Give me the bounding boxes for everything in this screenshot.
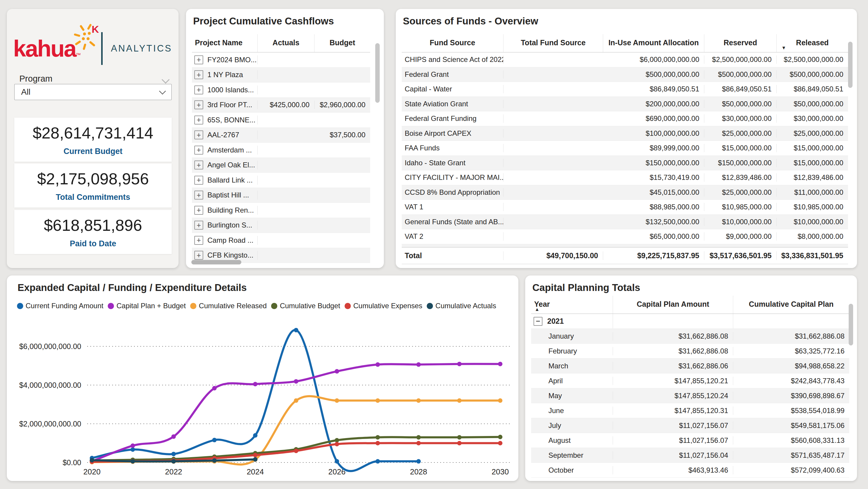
data-point[interactable] bbox=[172, 452, 176, 456]
table-row[interactable]: September $11,027,156.04 $571,635,487.17 bbox=[531, 448, 849, 463]
data-point[interactable] bbox=[335, 399, 339, 403]
expand-icon[interactable]: + bbox=[194, 85, 203, 94]
data-point[interactable] bbox=[416, 459, 421, 464]
column-header-in-use[interactable]: In-Use Amount Allocation bbox=[603, 34, 704, 52]
table-row[interactable]: + 3rd Floor PT... $425,000.00 $2,960,000… bbox=[192, 98, 370, 113]
table-row[interactable]: + Baptist Hill ... bbox=[192, 188, 370, 203]
data-point[interactable] bbox=[457, 399, 462, 403]
horizontal-scrollbar[interactable] bbox=[191, 260, 241, 264]
table-row[interactable]: + Ballard Link ... bbox=[192, 173, 370, 188]
table-row[interactable]: CCSD 8% Bond Appropriation $45,015,000.0… bbox=[402, 185, 848, 200]
data-point[interactable] bbox=[375, 363, 380, 367]
expand-icon[interactable]: + bbox=[194, 191, 203, 200]
expand-icon[interactable]: + bbox=[194, 70, 203, 79]
expand-icon[interactable]: + bbox=[194, 176, 203, 185]
legend-item[interactable]: Cumulative Expenses bbox=[345, 302, 422, 310]
column-header-actuals[interactable]: Actuals bbox=[258, 34, 314, 52]
data-point[interactable] bbox=[457, 435, 462, 439]
expand-icon[interactable]: + bbox=[194, 100, 203, 109]
data-point[interactable] bbox=[212, 386, 217, 391]
expand-icon[interactable]: + bbox=[194, 146, 203, 154]
table-row[interactable]: General Funds (State and AB... $132,500,… bbox=[402, 215, 848, 230]
table-row[interactable]: Idaho - State Grant $150,000,000.00 $150… bbox=[402, 156, 848, 171]
column-header-reserved[interactable]: Reserved bbox=[704, 34, 777, 52]
table-row[interactable]: January $31,662,886.08 $31,662,886.08 bbox=[531, 329, 849, 344]
table-row[interactable]: State Aviation Grant $200,000,000.00 $50… bbox=[402, 97, 848, 112]
table-row[interactable]: + 1000 Islands... bbox=[192, 83, 370, 98]
expand-icon[interactable]: + bbox=[194, 55, 203, 64]
column-header-released[interactable]: Released ▼ bbox=[777, 34, 848, 52]
data-point[interactable] bbox=[294, 399, 299, 403]
expand-icon[interactable]: + bbox=[194, 131, 203, 139]
data-point[interactable] bbox=[253, 457, 257, 462]
data-point[interactable] bbox=[375, 435, 380, 439]
table-row[interactable]: + Camp Road ... bbox=[192, 233, 370, 248]
column-header-budget[interactable]: Budget bbox=[314, 34, 370, 52]
data-point[interactable] bbox=[253, 382, 257, 386]
data-point[interactable] bbox=[375, 459, 380, 464]
table-row[interactable]: March $31,662,886.06 $94,988,658.22 bbox=[531, 358, 849, 373]
table-row[interactable]: June $147,855,120.31 $538,554,018.99 bbox=[531, 403, 849, 418]
table-row[interactable]: Boise Airport CAPEX $100,000,000.00 $25,… bbox=[402, 126, 848, 141]
data-point[interactable] bbox=[172, 434, 176, 439]
data-point[interactable] bbox=[335, 438, 339, 442]
table-row[interactable]: July $11,027,156.07 $549,581,175.06 bbox=[531, 418, 849, 433]
table-row[interactable]: + FY2024 BMO... bbox=[192, 52, 370, 67]
data-point[interactable] bbox=[416, 441, 421, 445]
data-point[interactable] bbox=[457, 441, 462, 445]
data-point[interactable] bbox=[498, 399, 503, 403]
table-row[interactable]: + 65S, BONNE... bbox=[192, 113, 370, 128]
table-row[interactable]: August $11,027,156.07 $560,608,331.13 bbox=[531, 433, 849, 448]
column-header-project-name[interactable]: Project Name bbox=[192, 34, 258, 52]
data-point[interactable] bbox=[416, 363, 421, 367]
data-point[interactable] bbox=[457, 362, 462, 366]
data-point[interactable] bbox=[172, 459, 176, 464]
table-row[interactable]: April $147,855,120.21 $242,843,778.43 bbox=[531, 373, 849, 389]
table-row[interactable]: VAT 1 $88,985,000.00 $10,985,000.00 $10,… bbox=[402, 200, 848, 215]
table-row[interactable]: February $31,662,886.08 $63,325,772.16 bbox=[531, 344, 849, 358]
data-point[interactable] bbox=[131, 459, 135, 464]
data-point[interactable] bbox=[335, 369, 339, 373]
legend-item[interactable]: Cumulative Released bbox=[190, 302, 267, 310]
expand-icon[interactable]: + bbox=[194, 251, 203, 260]
data-point[interactable] bbox=[253, 433, 257, 438]
table-row[interactable]: May $147,855,120.24 $390,698,898.67 bbox=[531, 389, 849, 403]
table-row[interactable]: Capital - Water $86,849,050.51 $86,849,0… bbox=[402, 82, 848, 97]
data-point[interactable] bbox=[212, 458, 217, 463]
program-dropdown[interactable]: All bbox=[14, 84, 172, 100]
column-header-capital-plan-amount[interactable]: Capital Plan Amount bbox=[613, 296, 733, 314]
data-point[interactable] bbox=[131, 443, 135, 448]
column-header-fund-source[interactable]: Fund Source bbox=[402, 34, 503, 52]
table-row[interactable]: October $463,913.46 $572,099,400.63 bbox=[531, 463, 849, 478]
data-point[interactable] bbox=[335, 459, 339, 464]
table-row[interactable]: + Amsterdam ... bbox=[192, 143, 370, 158]
table-row[interactable]: + 1 NY Plaza bbox=[192, 67, 370, 83]
column-header-cumulative-capital-plan[interactable]: Cumulative Capital Plan bbox=[733, 296, 849, 314]
data-point[interactable] bbox=[294, 449, 299, 453]
data-point[interactable] bbox=[416, 399, 421, 403]
table-row[interactable]: + Building Ren... bbox=[192, 203, 370, 218]
data-point[interactable] bbox=[498, 441, 503, 445]
data-point[interactable] bbox=[498, 362, 503, 366]
data-point[interactable] bbox=[253, 453, 257, 457]
data-point[interactable] bbox=[294, 328, 299, 333]
legend-item[interactable]: Capital Plan + Budget bbox=[108, 302, 186, 310]
data-point[interactable] bbox=[416, 435, 421, 439]
expand-icon[interactable]: + bbox=[194, 236, 203, 245]
table-row[interactable]: Federal Grant Funding $690,000,000.00 $3… bbox=[402, 111, 848, 126]
table-row[interactable]: FAA Funds $89,999,000.00 $15,000,000.00 … bbox=[402, 141, 848, 156]
legend-item[interactable]: Cumulative Budget bbox=[271, 302, 340, 310]
table-row[interactable]: CHIPS and Science Act of 2022 $6,000,000… bbox=[402, 52, 848, 67]
data-point[interactable] bbox=[335, 442, 339, 447]
data-point[interactable] bbox=[131, 447, 135, 452]
vertical-scrollbar[interactable] bbox=[375, 43, 380, 103]
data-point[interactable] bbox=[294, 379, 299, 383]
expand-icon[interactable]: + bbox=[194, 221, 203, 230]
table-row[interactable]: + Angel Oak El... bbox=[192, 158, 370, 173]
table-row[interactable]: CITY FACILITY - MAJOR MAI... $15,730,419… bbox=[402, 170, 848, 185]
expand-icon[interactable]: + bbox=[194, 206, 203, 215]
expand-icon[interactable]: + bbox=[194, 161, 203, 169]
year-group-row[interactable]: − 2021 bbox=[531, 314, 849, 329]
legend-item[interactable]: Cumulative Actuals bbox=[427, 302, 496, 310]
slicer-collapse-chevron-icon[interactable] bbox=[162, 76, 169, 84]
